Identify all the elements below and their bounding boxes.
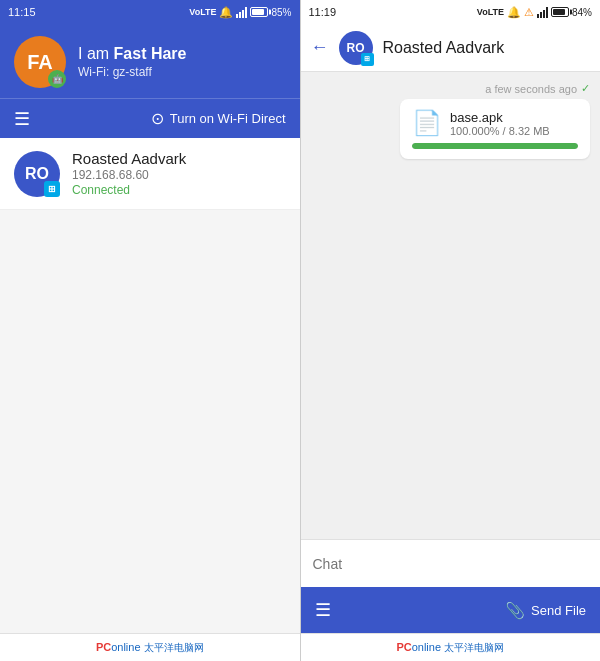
left-header: FA 🤖 I am Fast Hare Wi-Fi: gz-staff (0, 24, 300, 98)
attachment-icon: 📎 (505, 601, 525, 620)
right-header: ← RO ⊞ Roasted Aadvark (301, 24, 601, 72)
chat-input[interactable] (313, 556, 589, 572)
chat-title: Roasted Aadvark (383, 39, 505, 57)
checkmark-icon: ✓ (581, 82, 590, 95)
chat-area: a few seconds ago ✓ 📄 base.apk 100.000% … (301, 72, 601, 539)
notification-icon: 🔔 (219, 6, 233, 19)
contact-avatar-text: RO (25, 165, 49, 183)
send-file-label: Send File (531, 603, 586, 618)
file-row: 📄 base.apk 100.000% / 8.32 MB (412, 109, 578, 137)
right-windows-badge-icon: ⊞ (361, 53, 374, 66)
right-status-bar: 11:19 VoLTE 🔔 ⚠ 84% (301, 0, 601, 24)
alert-icon: ⚠ (524, 6, 534, 19)
signal-icon (236, 6, 247, 18)
left-panel: 11:15 VoLTE 🔔 85% FA 🤖 I am F (0, 0, 300, 661)
right-watermark-text: PConline 太平洋电脑网 (396, 641, 504, 655)
file-details: base.apk 100.000% / 8.32 MB (450, 110, 550, 137)
volte-label: VoLTE (189, 7, 216, 17)
wifi-direct-label: Turn on Wi-Fi Direct (170, 111, 286, 126)
volte-label-right: VoLTE (477, 7, 504, 17)
timestamp-text: a few seconds ago (485, 83, 577, 95)
contact-item[interactable]: RO ⊞ Roasted Aadvark 192.168.68.60 Conne… (0, 138, 300, 210)
file-progress-text: 100.000% / 8.32 MB (450, 125, 550, 137)
progress-bar-fill (412, 143, 578, 149)
contact-ip: 192.168.68.60 (72, 168, 186, 182)
chat-input-area (301, 539, 601, 587)
user-avatar: FA 🤖 (14, 36, 66, 88)
windows-badge-icon: ⊞ (44, 181, 60, 197)
left-time: 11:15 (8, 6, 36, 18)
android-badge-icon: 🤖 (48, 70, 66, 88)
contact-status: Connected (72, 183, 186, 197)
contact-avatar: RO ⊞ (14, 151, 60, 197)
bottom-menu-icon[interactable]: ☰ (315, 599, 331, 621)
battery-icon (250, 7, 268, 17)
contact-info: Roasted Aadvark 192.168.68.60 Connected (72, 150, 186, 197)
contact-name: Roasted Aadvark (72, 150, 186, 167)
battery-percent: 85% (271, 7, 291, 18)
send-file-button[interactable]: 📎 Send File (505, 601, 586, 620)
right-header-avatar: RO ⊞ (339, 31, 373, 65)
battery-icon-right (551, 7, 569, 17)
contact-list: RO ⊞ Roasted Aadvark 192.168.68.60 Conne… (0, 138, 300, 633)
left-toolbar: ☰ ⊙ Turn on Wi-Fi Direct (0, 98, 300, 138)
left-watermark: PConline 太平洋电脑网 (0, 633, 300, 661)
wifi-label: Wi-Fi: gz-staff (78, 65, 186, 79)
left-status-icons: VoLTE 🔔 85% (189, 6, 291, 19)
menu-icon[interactable]: ☰ (14, 108, 30, 130)
right-status-icons: VoLTE 🔔 ⚠ 84% (477, 6, 592, 19)
file-icon: 📄 (412, 109, 442, 137)
right-panel: 11:19 VoLTE 🔔 ⚠ 84% ← RO ⊞ Roasted Aadva… (301, 0, 601, 661)
right-time: 11:19 (309, 6, 337, 18)
left-status-bar: 11:15 VoLTE 🔔 85% (0, 0, 300, 24)
notification-icon-right: 🔔 (507, 6, 521, 19)
wifi-direct-row[interactable]: ⊙ Turn on Wi-Fi Direct (151, 109, 286, 128)
right-watermark: PConline 太平洋电脑网 (301, 633, 601, 661)
i-am-label: I am (78, 45, 114, 62)
user-name-line: I am Fast Hare (78, 45, 186, 63)
progress-bar-container (412, 143, 578, 149)
back-button[interactable]: ← (311, 37, 329, 58)
header-text: I am Fast Hare Wi-Fi: gz-staff (78, 45, 186, 79)
right-bottom-bar: ☰ 📎 Send File (301, 587, 601, 633)
file-bubble: 📄 base.apk 100.000% / 8.32 MB (400, 99, 590, 159)
wifi-direct-icon: ⊙ (151, 109, 164, 128)
file-name: base.apk (450, 110, 550, 125)
signal-icon-right (537, 6, 548, 18)
avatar-text: FA (27, 51, 53, 74)
message-timestamp: a few seconds ago ✓ (485, 82, 590, 95)
battery-percent-right: 84% (572, 7, 592, 18)
user-name: Fast Hare (114, 45, 187, 62)
left-watermark-text: PConline 太平洋电脑网 (96, 641, 204, 655)
